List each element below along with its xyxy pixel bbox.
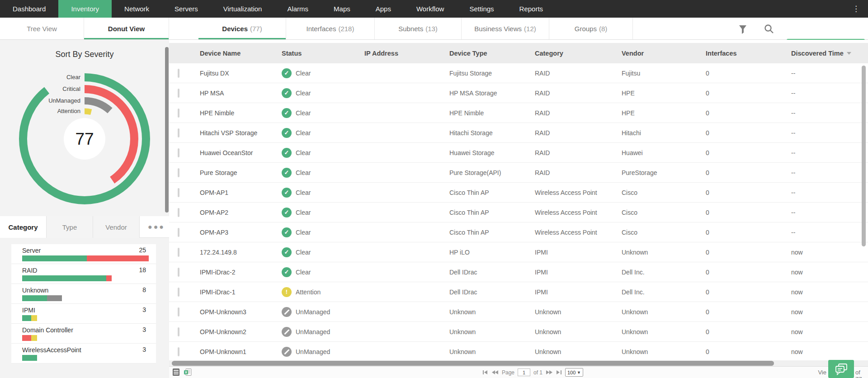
search-icon[interactable]: [763, 23, 775, 35]
cell-device-type: Pure Storage(API): [449, 169, 535, 176]
row-checkbox[interactable]: [178, 288, 179, 297]
nav-item-virtualization[interactable]: Virtualization: [211, 0, 275, 18]
table-row[interactable]: OPM-AP2✓ClearCisco Thin APWireless Acces…: [169, 203, 868, 222]
severity-sidebar: Sort By Severity 77 ClearCriticalUnManag…: [0, 40, 169, 378]
row-checkbox[interactable]: [178, 128, 179, 137]
table-row[interactable]: OPM-Unknown2UnManagedUnknownUnknownUnkno…: [169, 322, 868, 342]
group-tab-category[interactable]: Category: [0, 216, 47, 238]
last-page-icon[interactable]: [556, 370, 562, 375]
table-vertical-scrollbar[interactable]: [862, 63, 866, 359]
next-page-icon[interactable]: [546, 370, 553, 375]
tab-subnets[interactable]: Subnets(13): [375, 18, 462, 39]
sidebar-scrollbar[interactable]: [165, 43, 169, 368]
tree-view-label: Tree View: [27, 25, 57, 33]
filter-icon[interactable]: [737, 23, 749, 35]
category-row-server[interactable]: Server25: [11, 244, 156, 264]
category-row-ipmi[interactable]: IPMI3: [11, 304, 156, 324]
table-row[interactable]: IPMI-iDrac-2✓ClearDell IDracIPMIDell Inc…: [169, 262, 868, 282]
nav-item-workflow[interactable]: Workflow: [404, 0, 457, 18]
row-checkbox[interactable]: [178, 208, 179, 217]
row-checkbox[interactable]: [178, 327, 179, 336]
column-header-category[interactable]: Category: [535, 50, 622, 57]
table-row[interactable]: Huawei OceanStor✓ClearHuawei StorageRAID…: [169, 143, 868, 163]
nav-item-alarms[interactable]: Alarms: [274, 0, 321, 18]
tab-donut-view[interactable]: Donut View: [84, 18, 169, 39]
cell-vendor: Cisco: [622, 229, 706, 236]
table-row[interactable]: Pure Storage✓ClearPure Storage(API)RAIDP…: [169, 163, 868, 183]
nav-item-apps[interactable]: Apps: [363, 0, 404, 18]
category-row-wirelessaccesspoint[interactable]: WirelessAccessPoint3: [11, 344, 156, 364]
group-tab-type[interactable]: Type: [47, 216, 93, 238]
cell-category: RAID: [535, 129, 622, 137]
column-header-vendor[interactable]: Vendor: [622, 50, 706, 57]
active-tab-underline: [84, 38, 169, 39]
category-count: 8: [142, 286, 146, 293]
table-row[interactable]: HPE Nimble✓ClearHPE NimbleRAIDHPE0--: [169, 103, 868, 123]
tab-label: Subnets: [398, 25, 423, 33]
page-size-select[interactable]: 100 ▼: [565, 368, 583, 377]
page-of-label: of 1: [533, 369, 542, 376]
row-checkbox[interactable]: [178, 188, 179, 197]
tab-business-views[interactable]: Business Views(12): [462, 18, 549, 39]
nav-item-reports[interactable]: Reports: [507, 0, 556, 18]
table-row[interactable]: OPM-AP3✓ClearCisco Thin APWireless Acces…: [169, 222, 868, 242]
tab-interfaces[interactable]: Interfaces(218): [286, 18, 375, 39]
column-header-device-name[interactable]: Device Name: [200, 50, 282, 57]
row-checkbox[interactable]: [178, 347, 179, 356]
row-checkbox[interactable]: [178, 268, 179, 277]
group-tab-vendor[interactable]: Vendor: [93, 216, 140, 238]
nav-item-servers[interactable]: Servers: [162, 0, 211, 18]
row-checkbox[interactable]: [178, 89, 179, 98]
row-checkbox[interactable]: [178, 248, 179, 257]
table-row[interactable]: IPMI-iDrac-1!AttentionDell IDracIPMIDell…: [169, 282, 868, 302]
nav-item-settings[interactable]: Settings: [457, 0, 506, 18]
kebab-menu-icon[interactable]: ⋮: [849, 0, 863, 18]
nav-item-maps[interactable]: Maps: [321, 0, 363, 18]
prev-page-icon[interactable]: [491, 370, 499, 375]
severity-donut-chart[interactable]: 77: [0, 40, 169, 216]
cell-vendor: Cisco: [622, 209, 706, 216]
table-horizontal-scrollbar[interactable]: [169, 360, 868, 366]
row-checkbox[interactable]: [178, 148, 179, 157]
row-checkbox[interactable]: [178, 168, 179, 177]
table-row[interactable]: OPM-Unknown1UnManagedUnknownUnknownUnkno…: [169, 342, 868, 362]
table-row[interactable]: HP MSA✓ClearHP MSA StorageRAIDHPE0--: [169, 83, 868, 103]
row-checkbox[interactable]: [178, 307, 179, 317]
column-header-interfaces[interactable]: Interfaces: [706, 50, 791, 57]
excel-export-icon[interactable]: X: [184, 369, 192, 376]
nav-item-inventory[interactable]: Inventory: [58, 0, 112, 18]
cell-interfaces: 0: [706, 249, 791, 256]
row-checkbox[interactable]: [178, 228, 179, 237]
nav-item-network[interactable]: Network: [112, 0, 162, 18]
table-row[interactable]: Fujitsu DX✓ClearFujitsu StorageRAIDFujit…: [169, 63, 868, 83]
category-row-unknown[interactable]: Unknown8: [11, 284, 156, 304]
table-row[interactable]: OPM-AP1✓ClearCisco Thin APWireless Acces…: [169, 183, 868, 203]
first-page-icon[interactable]: [482, 370, 488, 375]
column-header-discovered-time[interactable]: Discovered Time: [791, 50, 868, 57]
page-number-input[interactable]: [518, 369, 530, 376]
nav-item-dashboard[interactable]: Dashboard: [0, 0, 58, 18]
column-header-device-type[interactable]: Device Type: [449, 50, 535, 57]
tab-groups[interactable]: Groups(8): [549, 18, 633, 39]
table-row[interactable]: OPM-Unknown3UnManagedUnknownUnknownUnkno…: [169, 302, 868, 322]
column-header-ip-address[interactable]: IP Address: [364, 50, 449, 57]
category-row-domain-controller[interactable]: Domain Controller3: [11, 324, 156, 344]
cell-device-name: HP MSA: [200, 90, 282, 97]
table-horizontal-scrollbar-thumb[interactable]: [172, 361, 774, 366]
row-checkbox[interactable]: [178, 69, 179, 78]
cell-device-name: Hitachi VSP Storage: [200, 129, 282, 137]
list-view-icon[interactable]: [173, 369, 179, 376]
tab-devices[interactable]: Devices(77): [198, 18, 286, 39]
table-header: Device NameStatusIP AddressDevice TypeCa…: [169, 43, 868, 63]
cell-interfaces: 0: [706, 169, 791, 176]
sidebar-scrollbar-thumb[interactable]: [165, 47, 169, 213]
category-row-raid[interactable]: RAID18: [11, 264, 156, 284]
tab-tree-view[interactable]: Tree View: [0, 18, 84, 39]
table-row[interactable]: Hitachi VSP Storage✓ClearHitachi Storage…: [169, 123, 868, 143]
column-header-status[interactable]: Status: [282, 50, 364, 57]
table-row[interactable]: 172.24.149.8✓ClearHP iLOIPMIUnknown0now: [169, 242, 868, 262]
row-checkbox[interactable]: [178, 109, 179, 118]
feedback-chat-button[interactable]: [828, 360, 854, 378]
table-vertical-scrollbar-thumb[interactable]: [862, 66, 866, 246]
cell-discovered-time: --: [791, 189, 868, 196]
